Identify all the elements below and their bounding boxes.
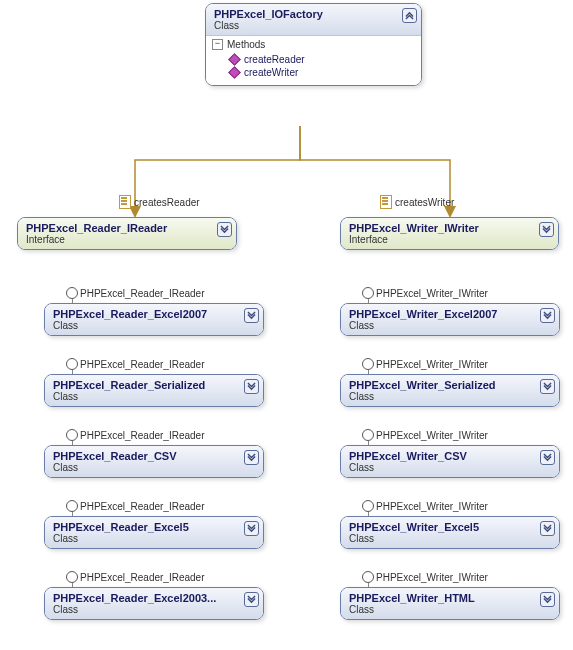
class-node[interactable]: PHPExcel_Reader_Excel2007Class — [44, 303, 264, 336]
lollipop-interface: PHPExcel_Reader_IReader — [66, 571, 205, 583]
collapse-icon[interactable] — [402, 8, 417, 23]
class-title: PHPExcel_Writer_Excel5 — [349, 521, 553, 533]
expand-icon[interactable] — [540, 592, 555, 607]
class-stereotype: Class — [53, 320, 257, 331]
lollipop-interface: PHPExcel_Writer_IWriter — [362, 358, 488, 370]
class-node[interactable]: PHPExcel_Reader_Excel5Class — [44, 516, 264, 549]
class-node[interactable]: PHPExcel_Writer_CSVClass — [340, 445, 560, 478]
expand-icon[interactable] — [217, 222, 232, 237]
lollipop-icon — [362, 287, 374, 299]
expand-icon[interactable] — [539, 222, 554, 237]
lollipop-interface: PHPExcel_Writer_IWriter — [362, 571, 488, 583]
expand-icon[interactable] — [244, 592, 259, 607]
class-title: PHPExcel_Reader_CSV — [53, 450, 257, 462]
expand-icon[interactable] — [540, 521, 555, 536]
expand-icon[interactable] — [540, 308, 555, 323]
lollipop-icon — [362, 429, 374, 441]
edge-label-createswriter: createsWriter — [380, 195, 454, 209]
class-title: PHPExcel_Reader_Excel2007 — [53, 308, 257, 320]
class-node[interactable]: PHPExcel_Reader_Excel2003...Class — [44, 587, 264, 620]
lollipop-icon — [362, 358, 374, 370]
class-title: PHPExcel_Writer_Excel2007 — [349, 308, 553, 320]
lollipop-interface: PHPExcel_Reader_IReader — [66, 358, 205, 370]
method-row[interactable]: createWriter — [206, 66, 421, 79]
class-stereotype: Class — [349, 533, 553, 544]
class-title: PHPExcel_Writer_Serialized — [349, 379, 553, 391]
section-toggle-icon[interactable]: − — [212, 39, 223, 50]
lollipop-icon — [66, 500, 78, 512]
lollipop-interface: PHPExcel_Writer_IWriter — [362, 429, 488, 441]
class-stereotype: Class — [349, 462, 553, 473]
doc-icon — [380, 195, 392, 209]
class-stereotype: Class — [349, 320, 553, 331]
lollipop-interface: PHPExcel_Reader_IReader — [66, 287, 205, 299]
method-icon — [228, 53, 241, 66]
expand-icon[interactable] — [540, 379, 555, 394]
lollipop-interface: PHPExcel_Writer_IWriter — [362, 287, 488, 299]
class-stereotype: Class — [53, 391, 257, 402]
lollipop-icon — [362, 500, 374, 512]
class-node[interactable]: PHPExcel_Writer_Excel2007Class — [340, 303, 560, 336]
method-row[interactable]: createReader — [206, 53, 421, 66]
class-node[interactable]: PHPExcel_Writer_Excel5Class — [340, 516, 560, 549]
class-title: PHPExcel_Writer_CSV — [349, 450, 553, 462]
class-title: PHPExcel_Reader_Serialized — [53, 379, 257, 391]
interface-stereotype: Interface — [349, 234, 552, 245]
expand-icon[interactable] — [244, 308, 259, 323]
class-node[interactable]: PHPExcel_Reader_SerializedClass — [44, 374, 264, 407]
class-stereotype: Class — [53, 604, 257, 615]
class-stereotype: Class — [53, 533, 257, 544]
interface-writer[interactable]: PHPExcel_Writer_IWriter Interface — [340, 217, 559, 250]
class-iofactory[interactable]: PHPExcel_IOFactory Class − Methods creat… — [205, 3, 422, 86]
class-title: PHPExcel_Reader_Excel5 — [53, 521, 257, 533]
expand-icon[interactable] — [244, 379, 259, 394]
interface-reader[interactable]: PHPExcel_Reader_IReader Interface — [17, 217, 237, 250]
class-node[interactable]: PHPExcel_Reader_CSVClass — [44, 445, 264, 478]
lollipop-icon — [66, 358, 78, 370]
lollipop-icon — [66, 429, 78, 441]
class-title: PHPExcel_Writer_HTML — [349, 592, 553, 604]
edge-label-createsreader: createsReader — [119, 195, 200, 209]
interface-title: PHPExcel_Reader_IReader — [26, 222, 230, 234]
class-title: PHPExcel_IOFactory — [214, 8, 415, 20]
class-stereotype: Class — [349, 391, 553, 402]
class-node[interactable]: PHPExcel_Writer_HTMLClass — [340, 587, 560, 620]
lollipop-interface: PHPExcel_Reader_IReader — [66, 429, 205, 441]
interface-stereotype: Interface — [26, 234, 230, 245]
expand-icon[interactable] — [540, 450, 555, 465]
interface-title: PHPExcel_Writer_IWriter — [349, 222, 552, 234]
lollipop-icon — [66, 287, 78, 299]
class-node[interactable]: PHPExcel_Writer_SerializedClass — [340, 374, 560, 407]
lollipop-icon — [66, 571, 78, 583]
lollipop-interface: PHPExcel_Writer_IWriter — [362, 500, 488, 512]
doc-icon — [119, 195, 131, 209]
expand-icon[interactable] — [244, 450, 259, 465]
method-icon — [228, 66, 241, 79]
lollipop-interface: PHPExcel_Reader_IReader — [66, 500, 205, 512]
class-stereotype: Class — [53, 462, 257, 473]
class-title: PHPExcel_Reader_Excel2003... — [53, 592, 257, 604]
expand-icon[interactable] — [244, 521, 259, 536]
lollipop-icon — [362, 571, 374, 583]
class-stereotype: Class — [214, 20, 415, 31]
class-stereotype: Class — [349, 604, 553, 615]
methods-header: − Methods — [206, 36, 421, 53]
